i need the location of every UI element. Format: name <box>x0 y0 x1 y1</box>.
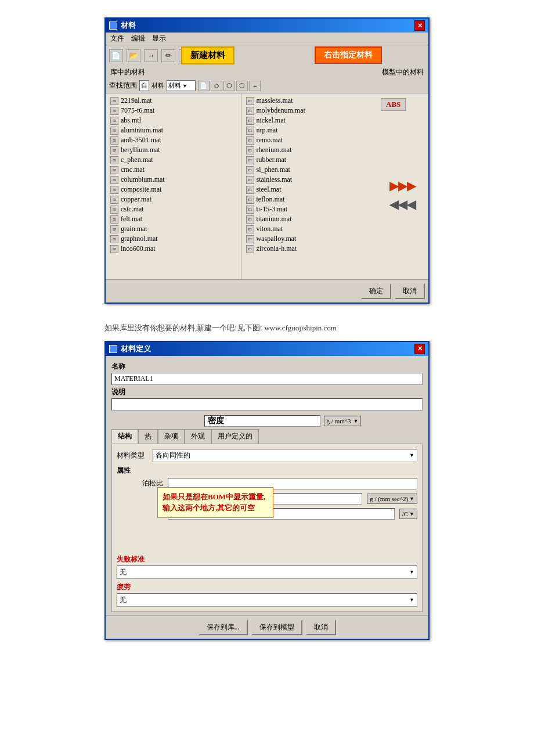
failure-dropdown[interactable]: 无 ▼ <box>117 566 417 579</box>
toolbar-new-btn[interactable]: 📄 <box>109 49 123 62</box>
icon-btn-3[interactable]: ⬡ <box>223 81 235 91</box>
file-icon: m <box>110 127 118 135</box>
file-icon: m <box>246 117 254 125</box>
dialog2-close-button[interactable]: ✕ <box>414 344 425 354</box>
mass-unit[interactable]: g / (mm sec^2) ▼ <box>367 494 417 504</box>
file-icon: m <box>246 225 254 233</box>
arrow-left-triple[interactable]: ◀◀◀ <box>389 197 416 211</box>
file-item[interactable]: mnickel.mat <box>245 116 373 125</box>
file-item[interactable]: mcopper.mat <box>109 195 237 204</box>
file-item[interactable]: mteflon.mat <box>245 195 373 204</box>
density-row: 密度 g / mm^3 ▼ <box>111 415 423 427</box>
file-icon: m <box>110 186 118 194</box>
file-item[interactable]: mmassless.mat <box>245 96 373 106</box>
cancel-button[interactable]: 取消 <box>395 283 425 299</box>
toolbar-open-btn[interactable]: 📂 <box>127 49 140 62</box>
confirm-button[interactable]: 确定 <box>361 283 391 299</box>
dialog2-cancel-button[interactable]: 取消 <box>306 620 336 635</box>
file-item[interactable]: msi_phen.mat <box>245 165 373 175</box>
icon-btn-5[interactable]: ≡ <box>249 81 261 91</box>
search-scope-dropdown[interactable]: 自 <box>139 80 149 91</box>
file-item[interactable]: minco600.mat <box>109 244 237 254</box>
dialog1-menubar: 文件 编辑 显示 <box>106 33 428 45</box>
file-icon: m <box>110 117 118 125</box>
file-item[interactable]: mc_phen.mat <box>109 155 237 165</box>
file-item[interactable]: mgraphnol.mat <box>109 234 237 244</box>
file-item[interactable]: mtitanium.mat <box>245 214 373 224</box>
file-item[interactable]: m2219al.mat <box>109 96 237 106</box>
file-icon: m <box>246 196 254 204</box>
icon-btn-2[interactable]: ◇ <box>211 81 222 91</box>
temp-unit[interactable]: /C ▼ <box>399 509 417 519</box>
file-icon: m <box>246 245 254 253</box>
right-click-button[interactable]: 右击指定材料 <box>315 46 382 64</box>
tab-heat[interactable]: 热 <box>138 429 158 444</box>
file-item[interactable]: mti-15-3.mat <box>245 204 373 214</box>
save-lib-button[interactable]: 保存到库... <box>199 620 248 635</box>
fatigue-label: 疲劳 <box>117 582 417 592</box>
fatigue-dropdown[interactable]: 无 ▼ <box>117 593 417 607</box>
file-item[interactable]: mmolybdenum.mat <box>245 106 373 116</box>
density-unit-dropdown[interactable]: g / mm^3 ▼ <box>324 416 362 426</box>
dialog2-titlebar: 材料定义 ✕ <box>106 342 428 356</box>
icon-btn-1[interactable]: 📄 <box>198 81 210 91</box>
toolbar-arrow-btn[interactable]: → <box>144 49 158 62</box>
dialog1-labels: 库中的材料 模型中的材料 <box>106 66 428 78</box>
density-label: 密度 <box>208 416 224 426</box>
file-item[interactable]: mcomposite.mat <box>109 185 237 195</box>
file-item[interactable]: mviton.mat <box>245 224 373 234</box>
tab-user-defined[interactable]: 用户定义的 <box>211 429 259 444</box>
icon-btn-4[interactable]: ⬡ <box>236 81 248 91</box>
file-item[interactable]: msteel.mat <box>245 185 373 195</box>
save-model-button[interactable]: 保存到模型 <box>251 620 302 635</box>
file-item[interactable]: mgrain.mat <box>109 224 237 234</box>
file-item[interactable]: mstainless.mat <box>245 175 373 185</box>
menu-edit[interactable]: 编辑 <box>131 34 145 44</box>
file-item[interactable]: mnrp.mat <box>245 125 373 135</box>
dialog1-title-icon <box>109 21 117 30</box>
poisson-label: 泊松比 <box>117 478 163 488</box>
dialog2-title: 材料定义 <box>121 344 151 354</box>
file-item[interactable]: mcmc.mat <box>109 165 237 175</box>
file-item[interactable]: maluminium.mat <box>109 125 237 135</box>
material-type-dropdown[interactable]: 各向同性的 ▼ <box>153 449 417 462</box>
file-item[interactable]: mremo.mat <box>245 135 373 145</box>
file-item[interactable]: m7075-t6.mat <box>109 106 237 116</box>
file-icon: m <box>246 186 254 194</box>
name-label: 名称 <box>111 362 423 372</box>
material-type-row: 材料类型 各向同性的 ▼ <box>117 449 417 462</box>
tab-misc[interactable]: 杂项 <box>158 429 185 444</box>
abs-badge: ABS <box>381 98 406 111</box>
desc-input[interactable] <box>111 398 423 411</box>
file-item[interactable]: mcolumbium.mat <box>109 175 237 185</box>
file-item[interactable]: mabs.mtl <box>109 116 237 125</box>
dialog1-close-button[interactable]: ✕ <box>414 20 425 31</box>
menu-file[interactable]: 文件 <box>110 34 124 44</box>
file-item[interactable]: mrhenium.mat <box>245 145 373 155</box>
file-icon: m <box>110 235 118 243</box>
file-item[interactable]: mfelt.mat <box>109 214 237 224</box>
dialog2-bottom: 保存到库... 保存到模型 取消 <box>106 615 428 639</box>
file-list-left: m2219al.mat m7075-t6.mat mabs.mtl malumi… <box>106 93 241 279</box>
dialog1-titlebar: 材料 ✕ <box>106 19 428 33</box>
arrow-right-triple[interactable]: ▶▶▶ <box>389 179 416 193</box>
tab-appearance[interactable]: 外观 <box>185 429 211 444</box>
side-panel: ABS ▶▶▶ ◀◀◀ <box>376 93 428 279</box>
file-icon: m <box>110 156 118 164</box>
tab-struct[interactable]: 结构 <box>111 429 138 444</box>
file-icon: m <box>246 176 254 184</box>
name-input[interactable] <box>111 373 423 385</box>
file-item[interactable]: mamb-3501.mat <box>109 135 237 145</box>
file-list-right: mmassless.mat mmolybdenum.mat mnickel.ma… <box>241 93 377 279</box>
search-type-dropdown[interactable]: 材料 ▼ <box>167 80 196 91</box>
toolbar-edit-btn[interactable]: ✏ <box>161 49 175 62</box>
new-material-button[interactable]: 新建材料 <box>181 46 234 64</box>
file-item[interactable]: mcsic.mat <box>109 204 237 214</box>
file-item[interactable]: mberyllium.mat <box>109 145 237 155</box>
dialog1-toolbar: 📄 📂 → ✏ 📋 新建材料 右击指定材料 <box>106 45 428 66</box>
file-item[interactable]: mzirconia-h.mat <box>245 244 373 254</box>
file-item[interactable]: mrubber.mat <box>245 155 373 165</box>
file-icon: m <box>246 146 254 154</box>
menu-view[interactable]: 显示 <box>152 34 166 44</box>
file-item[interactable]: mwaspalloy.mat <box>245 234 373 244</box>
